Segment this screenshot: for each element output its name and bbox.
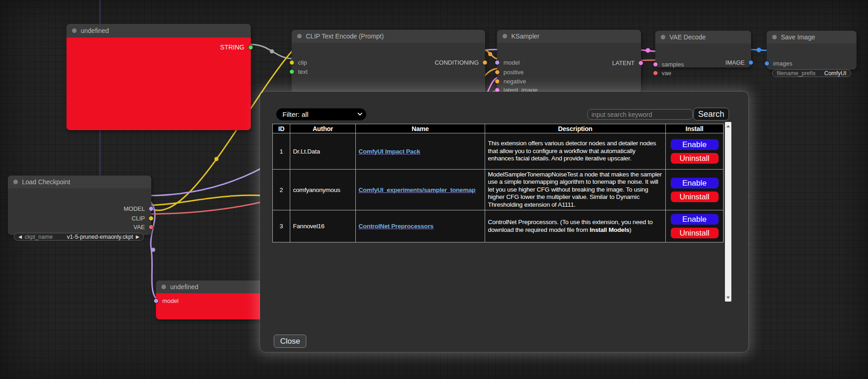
input-label: model bbox=[503, 59, 520, 66]
node-title-bar[interactable]: undefined bbox=[66, 24, 251, 38]
widget-value: ComfyUI bbox=[824, 70, 846, 77]
uninstall-button[interactable]: Uninstall bbox=[670, 227, 719, 239]
input-label: clip bbox=[298, 59, 307, 66]
input-vae: vae bbox=[655, 69, 671, 77]
collapse-dot-icon[interactable] bbox=[772, 35, 777, 39]
samples-input-dot[interactable] bbox=[653, 62, 658, 67]
close-button[interactable]: Close bbox=[274, 335, 306, 348]
input-images: images bbox=[767, 59, 792, 67]
uninstall-button[interactable]: Uninstall bbox=[670, 191, 719, 203]
next-arrow-icon[interactable]: ▶ bbox=[136, 235, 139, 239]
node-graph-canvas[interactable]: undefined STRING CLIP Text Encode (Promp… bbox=[0, 0, 868, 379]
images-input-dot[interactable] bbox=[764, 61, 769, 66]
extension-manager-dialog: Filter: all Search ID Author Name Descri… bbox=[260, 92, 748, 352]
text-input-dot[interactable] bbox=[289, 69, 294, 74]
uninstall-button[interactable]: Uninstall bbox=[670, 153, 719, 164]
cell-description: This extension offers various detector n… bbox=[488, 140, 663, 162]
collapse-dot-icon[interactable] bbox=[661, 35, 665, 39]
output-string: STRING bbox=[220, 43, 251, 51]
collapse-dot-icon[interactable] bbox=[297, 34, 302, 38]
extension-link[interactable]: ComfyUI_experiments/sampler_tonemap bbox=[359, 187, 475, 193]
extension-table-area: ID Author Name Description Install 1 Dr.… bbox=[272, 124, 724, 242]
input-negative: negative bbox=[497, 77, 526, 85]
node-title: KSampler bbox=[511, 33, 539, 40]
col-header-description: Description bbox=[485, 124, 666, 133]
extension-link[interactable]: ComfyUI Impact Pack bbox=[359, 148, 420, 155]
output-label: LATENT bbox=[612, 60, 635, 66]
model-input-dot[interactable] bbox=[495, 60, 500, 65]
enable-button[interactable]: Enable bbox=[670, 139, 719, 150]
widget-value: v1-5-pruned-emaonly.ckpt bbox=[67, 234, 133, 240]
wire-dot-blue bbox=[757, 48, 761, 52]
output-label: STRING bbox=[220, 44, 244, 51]
positive-input-dot[interactable] bbox=[495, 70, 500, 75]
search-button[interactable]: Search bbox=[693, 108, 729, 121]
search-input[interactable] bbox=[587, 109, 693, 120]
node-title: Save Image bbox=[781, 33, 815, 41]
filter-select-wrap: Filter: all bbox=[276, 108, 366, 121]
collapse-dot-icon[interactable] bbox=[161, 285, 166, 289]
input-label: images bbox=[773, 60, 792, 67]
ckpt-name-widget[interactable]: ◀ ckpt_name v1-5-pruned-emaonly.ckpt ▶ bbox=[14, 233, 144, 241]
node-title-bar[interactable]: VAE Decode bbox=[655, 31, 751, 44]
output-label: VAE bbox=[133, 224, 145, 231]
col-header-name: Name bbox=[356, 124, 485, 133]
clip-input-dot[interactable] bbox=[289, 60, 294, 65]
filename-prefix-widget[interactable]: filename_prefix ComfyUI bbox=[772, 69, 851, 77]
node-title: undefined bbox=[81, 27, 109, 34]
input-label: text bbox=[298, 68, 308, 75]
table-row: 3 Fannovel16 ControlNet Preprocessors Co… bbox=[273, 210, 724, 242]
cell-id: 3 bbox=[273, 210, 290, 242]
latent-output-dot[interactable] bbox=[638, 60, 643, 66]
input-samples: samples bbox=[655, 60, 684, 68]
input-label: vae bbox=[662, 70, 671, 77]
collapse-dot-icon[interactable] bbox=[13, 180, 18, 184]
node-title: VAE Decode bbox=[669, 33, 706, 41]
widget-label: ckpt_name bbox=[25, 234, 53, 240]
node-title-bar[interactable]: CLIP Text Encode (Prompt) bbox=[292, 30, 485, 43]
enable-button[interactable]: Enable bbox=[670, 177, 719, 189]
wire-dot-gray bbox=[270, 49, 274, 54]
node-ksampler[interactable]: KSampler model positive negative latent_… bbox=[497, 30, 641, 93]
negative-input-dot[interactable] bbox=[495, 79, 500, 84]
table-row: 2 comfyanonymous ComfyUI_experiments/sam… bbox=[273, 170, 724, 210]
output-label: CONDITIONING bbox=[435, 59, 479, 66]
widget-label: filename_prefix bbox=[777, 70, 816, 77]
input-text: text bbox=[292, 67, 308, 76]
input-positive: positive bbox=[497, 68, 524, 76]
output-conditioning: CONDITIONING bbox=[435, 58, 485, 66]
wire-dot-pink bbox=[646, 48, 650, 53]
extension-link[interactable]: ControlNet Preprocessors bbox=[359, 223, 433, 230]
node-title-bar[interactable]: KSampler bbox=[497, 30, 641, 43]
node-title-bar[interactable]: Save Image bbox=[767, 31, 857, 44]
string-output-dot[interactable] bbox=[248, 45, 253, 50]
node-clip-text-encode[interactable]: CLIP Text Encode (Prompt) clip text COND… bbox=[292, 30, 485, 94]
input-model: model bbox=[497, 58, 520, 66]
clip-output-dot[interactable] bbox=[149, 216, 154, 221]
node-title-bar[interactable]: Load Checkpoint bbox=[8, 176, 151, 188]
node-save-image[interactable]: Save Image images filename_prefix ComfyU… bbox=[767, 31, 857, 70]
collapse-dot-icon[interactable] bbox=[503, 34, 507, 38]
col-header-id: ID bbox=[273, 124, 290, 133]
vae-input-dot[interactable] bbox=[653, 71, 658, 76]
model-input-dot[interactable] bbox=[154, 298, 159, 303]
model-output-dot[interactable] bbox=[149, 206, 154, 211]
vae-output-dot[interactable] bbox=[149, 225, 154, 230]
cell-author: Fannovel16 bbox=[290, 210, 356, 242]
output-label: MODEL bbox=[124, 205, 145, 212]
output-label: IMAGE bbox=[725, 59, 745, 66]
output-image: IMAGE bbox=[725, 58, 751, 66]
collapse-dot-icon[interactable] bbox=[72, 28, 77, 33]
image-output-dot[interactable] bbox=[748, 60, 753, 65]
enable-button[interactable]: Enable bbox=[670, 214, 719, 225]
input-label: model bbox=[162, 297, 178, 304]
scroll-up-icon[interactable] bbox=[725, 123, 731, 129]
prev-arrow-icon[interactable]: ◀ bbox=[18, 235, 22, 239]
filter-select[interactable]: Filter: all bbox=[276, 108, 366, 121]
node-vae-decode[interactable]: VAE Decode samples vae IMAGE bbox=[655, 31, 751, 67]
table-scrollbar[interactable] bbox=[725, 122, 731, 302]
node-undefined-top[interactable]: undefined STRING bbox=[66, 24, 251, 130]
scroll-down-icon[interactable] bbox=[725, 294, 731, 301]
node-load-checkpoint[interactable]: Load Checkpoint MODEL CLIP VAE ◀ ckpt_na… bbox=[8, 176, 151, 235]
conditioning-output-dot[interactable] bbox=[482, 60, 487, 65]
